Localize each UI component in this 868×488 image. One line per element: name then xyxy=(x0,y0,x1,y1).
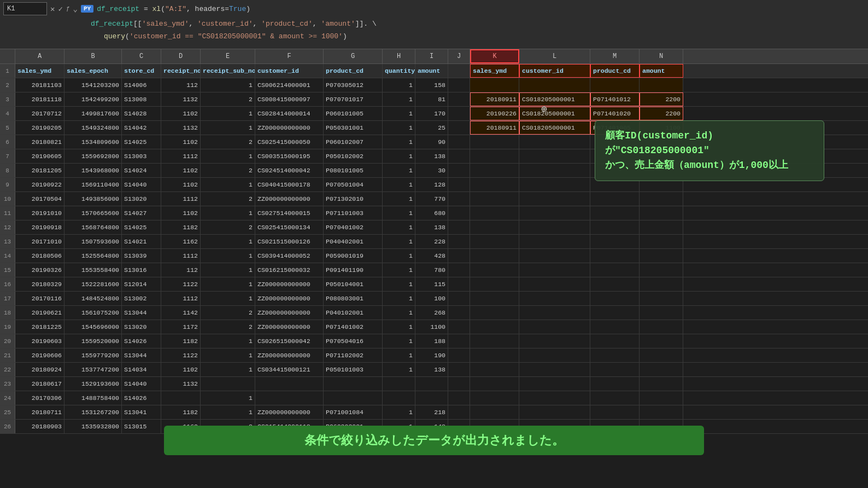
cell-C16[interactable]: S12014 xyxy=(122,277,161,291)
cell-I8[interactable]: 30 xyxy=(415,164,448,177)
cell-M3[interactable]: P071401012 xyxy=(590,92,640,106)
cell-G15[interactable]: P091401190 xyxy=(324,263,383,277)
cell-D18[interactable]: 1142 xyxy=(161,306,201,319)
cell-D6[interactable]: 1102 xyxy=(161,135,201,149)
cell-I16[interactable]: 115 xyxy=(415,277,448,291)
cell-H20[interactable]: 1 xyxy=(383,334,415,348)
cell-M1[interactable]: product_cd xyxy=(590,64,640,78)
cell-F7[interactable]: CS003515000195 xyxy=(255,149,324,163)
cell-I13[interactable]: 228 xyxy=(415,235,448,248)
cell-A9[interactable]: 20190922 xyxy=(15,178,64,191)
cell-B9[interactable]: 1569110400 xyxy=(64,178,122,191)
cell-N3[interactable]: 2200 xyxy=(640,92,683,106)
cell-D5[interactable]: 1132 xyxy=(161,121,201,135)
cell-B20[interactable]: 1559520000 xyxy=(64,334,122,348)
cell-L1[interactable]: customer_id xyxy=(519,64,590,78)
cell-H19[interactable]: 1 xyxy=(383,320,415,334)
cell-D2[interactable]: 112 xyxy=(161,78,201,92)
cell-A20[interactable]: 20190603 xyxy=(15,334,64,348)
col-header-B[interactable]: B xyxy=(64,49,122,63)
cell-A26[interactable]: 20180903 xyxy=(15,420,64,433)
cell-G13[interactable]: P040402001 xyxy=(324,235,383,248)
cell-D9[interactable]: 1102 xyxy=(161,178,201,191)
cell-L4[interactable]: CS018205000001 xyxy=(519,107,590,120)
cell-E19[interactable]: 2 xyxy=(201,320,255,334)
cell-C15[interactable]: S13016 xyxy=(122,263,161,277)
cell-H11[interactable]: 1 xyxy=(383,206,415,220)
cell-F17[interactable]: ZZ000000000000 xyxy=(255,292,324,305)
cell-C7[interactable]: S13003 xyxy=(122,149,161,163)
cell-N2[interactable] xyxy=(640,78,683,92)
col-header-A[interactable]: A xyxy=(15,49,64,63)
cell-H13[interactable]: 1 xyxy=(383,235,415,248)
cell-D16[interactable]: 1122 xyxy=(161,277,201,291)
cell-L5[interactable]: CS018205000001 xyxy=(519,121,590,135)
cell-F12[interactable]: CS025415000134 xyxy=(255,220,324,234)
cell-G17[interactable]: P080803001 xyxy=(324,292,383,305)
cell-F20[interactable]: CS026515000042 xyxy=(255,334,324,348)
cell-C1[interactable]: store_cd xyxy=(122,64,161,78)
cell-F1[interactable]: customer_id xyxy=(255,64,324,78)
cell-C13[interactable]: S14021 xyxy=(122,235,161,248)
cell-K2[interactable] xyxy=(470,78,519,92)
cell-A13[interactable]: 20171010 xyxy=(15,235,64,248)
cell-D22[interactable]: 1102 xyxy=(161,363,201,376)
cell-A17[interactable]: 20170116 xyxy=(15,292,64,305)
cell-I4[interactable]: 170 xyxy=(415,107,448,120)
cell-K4[interactable]: 20190226 xyxy=(470,107,519,120)
cell-E17[interactable]: 1 xyxy=(201,292,255,305)
cell-B21[interactable]: 1559779200 xyxy=(64,348,122,362)
function-icon[interactable]: ƒ xyxy=(66,5,70,12)
cell-F4[interactable]: CS028414000014 xyxy=(255,107,324,120)
cell-B7[interactable]: 1559692800 xyxy=(64,149,122,163)
col-header-H[interactable]: H xyxy=(383,49,415,63)
cell-E24[interactable]: 1 xyxy=(201,391,255,405)
cell-A3[interactable]: 20181118 xyxy=(15,92,64,106)
cell-E12[interactable]: 2 xyxy=(201,220,255,234)
cell-E14[interactable]: 1 xyxy=(201,249,255,263)
cell-F5[interactable]: ZZ000000000000 xyxy=(255,121,324,135)
cell-A1[interactable]: sales_ymd xyxy=(15,64,64,78)
cell-E15[interactable]: 1 xyxy=(201,263,255,277)
cell-G20[interactable]: P070504016 xyxy=(324,334,383,348)
cell-H25[interactable]: 1 xyxy=(383,405,415,419)
cell-N1[interactable]: amount xyxy=(640,64,683,78)
col-header-F[interactable]: F xyxy=(255,49,324,63)
cell-A2[interactable]: 20181103 xyxy=(15,78,64,92)
cell-B13[interactable]: 1507593600 xyxy=(64,235,122,248)
cell-D20[interactable]: 1182 xyxy=(161,334,201,348)
cell-G7[interactable]: P050102002 xyxy=(324,149,383,163)
cell-G8[interactable]: P080101005 xyxy=(324,164,383,177)
cell-C14[interactable]: S13039 xyxy=(122,249,161,263)
col-header-G[interactable]: G xyxy=(324,49,383,63)
cell-F15[interactable]: CS016215000032 xyxy=(255,263,324,277)
cell-D1[interactable]: receipt_no xyxy=(161,64,201,78)
cell-E22[interactable]: 1 xyxy=(201,363,255,376)
cell-B2[interactable]: 1541203200 xyxy=(64,78,122,92)
cell-F9[interactable]: CS040415000178 xyxy=(255,178,324,191)
col-header-J[interactable]: J xyxy=(448,49,470,63)
col-header-L[interactable]: L xyxy=(519,49,590,63)
cell-G10[interactable]: P071302010 xyxy=(324,192,383,206)
cell-I5[interactable]: 25 xyxy=(415,121,448,135)
cell-F10[interactable]: ZZ000000000000 xyxy=(255,192,324,206)
cell-B26[interactable]: 1535932800 xyxy=(64,420,122,433)
cell-E16[interactable]: 1 xyxy=(201,277,255,291)
cell-A21[interactable]: 20190606 xyxy=(15,348,64,362)
cell-G25[interactable]: P071001084 xyxy=(324,405,383,419)
cell-D13[interactable]: 1162 xyxy=(161,235,201,248)
cell-A22[interactable]: 20180924 xyxy=(15,363,64,376)
cell-B19[interactable]: 1545696000 xyxy=(64,320,122,334)
cell-C8[interactable]: S14024 xyxy=(122,164,161,177)
cell-I2[interactable]: 158 xyxy=(415,78,448,92)
cell-I18[interactable]: 268 xyxy=(415,306,448,319)
cell-C10[interactable]: S13020 xyxy=(122,192,161,206)
cell-K3[interactable]: 20180911 xyxy=(470,92,519,106)
cell-E7[interactable]: 1 xyxy=(201,149,255,163)
cell-D11[interactable]: 1102 xyxy=(161,206,201,220)
cell-I10[interactable]: 770 xyxy=(415,192,448,206)
cell-H4[interactable]: 1 xyxy=(383,107,415,120)
cell-A24[interactable]: 20170306 xyxy=(15,391,64,405)
cell-D15[interactable]: 112 xyxy=(161,263,201,277)
cell-A19[interactable]: 20181225 xyxy=(15,320,64,334)
